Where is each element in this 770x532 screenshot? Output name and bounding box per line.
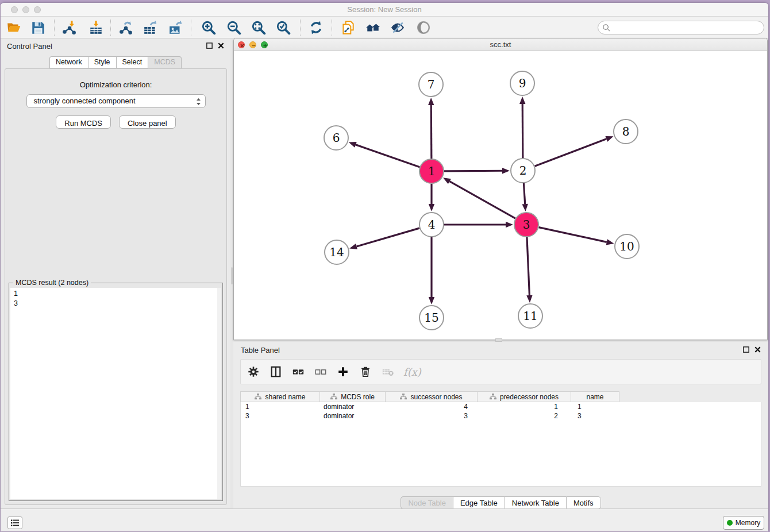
table-cell[interactable]: 1 [478,402,572,411]
save-session-icon[interactable] [30,20,45,35]
settings-gear-icon[interactable] [247,365,260,379]
column-header-MCDS-role[interactable]: MCDS role [320,391,386,402]
delete-column-icon[interactable] [359,365,372,379]
deselect-all-icon[interactable] [314,365,328,379]
optimization-criterion-label: Optimization criterion: [5,80,226,89]
import-table-icon[interactable] [88,20,103,35]
zoom-selected-icon[interactable] [276,20,291,35]
graph-node-15[interactable]: 15 [419,306,444,330]
tab-select[interactable]: Select [116,56,148,68]
table-cell[interactable]: 1 [241,402,321,411]
column-header-shared-name[interactable]: shared name [240,391,320,402]
show-all-icon[interactable] [416,20,431,35]
float-panel-icon[interactable] [206,42,213,49]
tab-network-table[interactable]: Network Table [505,496,566,509]
tab-node-table[interactable]: Node Table [401,496,453,509]
mcds-panel: Optimization criterion: strongly connect… [5,68,227,505]
table-row[interactable]: 3dominator323 [241,411,761,421]
graph-node-1[interactable]: 1 [419,159,444,183]
open-session-icon[interactable] [6,20,21,35]
table-cell[interactable]: 4 [386,402,478,411]
run-mcds-button[interactable]: Run MCDS [56,115,111,129]
close-table-panel-icon[interactable] [754,346,761,353]
zoom-out-icon[interactable] [226,20,241,35]
zoom-in-icon[interactable] [201,20,216,35]
zoom-fit-icon[interactable] [251,20,266,35]
control-panel-title: Control Panel [7,42,52,51]
close-panel-icon[interactable] [217,42,225,49]
graph-node-2[interactable]: 2 [511,159,535,183]
svg-text:15: 15 [424,311,438,325]
graph-node-3[interactable]: 3 [514,213,538,237]
column-header-predecessor-nodes[interactable]: predecessor nodes [478,391,571,402]
memory-button[interactable]: Memory [723,516,764,530]
import-network-icon[interactable] [61,20,76,35]
close-panel-button[interactable]: Close panel [119,115,176,129]
desktop: Session: New Session [0,0,770,532]
first-neighbors-icon[interactable] [365,20,380,35]
graph-edge-arrow [519,97,525,104]
graph-node-11[interactable]: 11 [518,304,542,328]
canvas-resize-handle[interactable] [495,338,502,342]
table-cell[interactable]: dominator [321,411,386,421]
graph-edge-2-8[interactable] [535,139,607,166]
graph-edge-2-3[interactable] [523,183,525,204]
graph-edge-3-11[interactable] [527,237,529,295]
clone-network-icon[interactable] [341,20,356,35]
graph-node-9[interactable]: 9 [510,71,534,95]
search-input[interactable] [598,21,764,34]
export-table-icon[interactable] [143,20,158,35]
graph-node-6[interactable]: 6 [324,126,348,150]
tab-motifs[interactable]: Motifs [566,496,601,509]
network-window-titlebar[interactable]: scc.txt [234,38,767,51]
table-cell[interactable]: 3 [386,411,478,421]
export-image-icon[interactable] [168,20,183,35]
hide-selected-icon[interactable] [390,20,405,35]
graph-node-7[interactable]: 7 [419,72,443,97]
show-columns-icon[interactable] [269,365,283,379]
graph-edge-arrow [429,297,434,304]
graph-edge-arrow [443,178,451,184]
graph-edge-1-2[interactable] [444,171,502,171]
tab-network[interactable]: Network [49,56,88,68]
graph-node-8[interactable]: 8 [614,119,638,144]
tab-mcds[interactable]: MCDS [148,56,182,68]
export-network-icon[interactable] [118,20,133,35]
select-all-icon[interactable] [291,365,305,379]
control-panel-tabs: Network Style Select MCDS [1,56,230,68]
task-history-button[interactable] [7,516,22,529]
graph-edge-4-14[interactable] [357,228,419,246]
column-header-successor-nodes[interactable]: successor nodes [386,391,478,402]
network-canvas[interactable]: 7968124314101511 [234,51,767,340]
table-cell[interactable]: 3 [241,411,321,421]
add-column-icon[interactable] [336,365,350,379]
refresh-layout-icon[interactable] [309,20,324,35]
graph-edge-1-7[interactable] [431,105,432,159]
memory-label: Memory [736,519,760,527]
table-cell[interactable]: 3 [572,411,620,421]
graph-node-10[interactable]: 10 [615,234,639,259]
delete-table-icon [381,365,395,379]
table-cell[interactable]: dominator [321,402,386,411]
table-row[interactable]: 1dominator411 [241,402,761,411]
graph-edge-3-1[interactable] [449,182,515,219]
optimization-criterion-select[interactable]: strongly connected component [26,94,206,108]
column-header-name[interactable]: name [571,391,619,402]
graph-node-4[interactable]: 4 [419,213,444,237]
svg-text:4: 4 [428,218,436,232]
graph-node-14[interactable]: 14 [325,240,349,264]
graph-edge-2-9[interactable] [522,104,523,158]
tree-icon [400,394,407,400]
float-table-panel-icon[interactable] [742,346,750,353]
mcds-result-text[interactable]: 1 3 [10,288,221,499]
tab-style[interactable]: Style [88,56,116,68]
graph-edge-arrow [605,136,613,142]
table-tabs: Node Table Edge Table Network Table Moti… [233,496,768,509]
graph-edge-3-10[interactable] [538,228,606,242]
tab-edge-table[interactable]: Edge Table [453,496,505,509]
table-cell[interactable]: 2 [478,411,572,421]
table-cell[interactable]: 1 [572,402,620,411]
result-scrollbar[interactable] [217,288,221,499]
tree-icon [330,394,337,400]
graph-edge-1-6[interactable] [356,145,419,167]
